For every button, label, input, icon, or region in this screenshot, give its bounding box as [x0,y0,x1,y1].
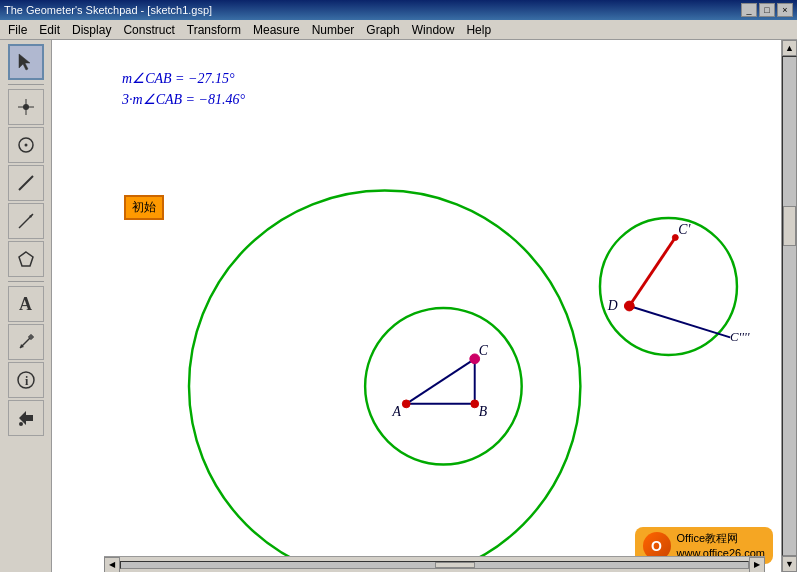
menu-help[interactable]: Help [460,21,497,39]
menubar: File Edit Display Construct Transform Me… [0,20,797,40]
tool-point[interactable] [8,89,44,125]
canvas-area[interactable]: m∠CAB = −27.15° 3·m∠CAB = −81.46° 初始 [52,40,781,572]
label-btn[interactable]: 初始 [124,195,164,220]
menu-window[interactable]: Window [406,21,461,39]
tool-divider-1 [8,84,44,85]
small-inner-circle [365,308,522,465]
maximize-btn[interactable]: □ [759,3,775,17]
tool-select[interactable] [8,44,44,80]
svg-marker-9 [19,252,33,266]
tool-ray[interactable] [8,203,44,239]
measurement-line2: 3·m∠CAB = −81.46° [122,91,245,108]
label-c: C [479,343,489,358]
tool-info[interactable]: i [8,362,44,398]
vscroll-thumb[interactable] [783,206,796,246]
label-d: D [607,298,618,313]
tool-polygon[interactable] [8,241,44,277]
titlebar: The Geometer's Sketchpad - [sketch1.gsp]… [0,0,797,20]
tool-arrow2[interactable] [8,400,44,436]
svg-text:i: i [25,374,29,388]
scroll-track[interactable] [120,561,749,569]
scrollbar-right[interactable]: ▲ ▼ [781,40,797,572]
small-top-right-circle [600,218,737,355]
menu-graph[interactable]: Graph [360,21,405,39]
geometry-svg: A B C D C' C'''' [52,40,781,572]
titlebar-title: The Geometer's Sketchpad - [sketch1.gsp] [4,4,212,16]
svg-line-6 [19,176,33,190]
scroll-right-btn[interactable]: ▶ [749,557,765,573]
toolbar: A i [0,40,52,572]
label-a: A [392,404,402,419]
tool-divider-2 [8,281,44,282]
point-a[interactable] [402,400,410,408]
tool-text[interactable]: A [8,286,44,322]
minimize-btn[interactable]: _ [741,3,757,17]
titlebar-controls[interactable]: _ □ × [741,3,793,17]
point-b[interactable] [471,400,479,408]
seg-dc-prime [629,238,675,306]
label-c-prime: C' [678,222,691,237]
menu-measure[interactable]: Measure [247,21,306,39]
watermark-site1: Office教程网 [677,531,765,545]
label-c-quad-prime: C'''' [730,330,750,344]
tool-circle[interactable] [8,127,44,163]
text-icon: A [19,294,32,315]
seg-dc-quad [629,306,730,337]
svg-point-16 [19,422,23,426]
menu-number[interactable]: Number [306,21,361,39]
measurement-box: m∠CAB = −27.15° 3·m∠CAB = −81.46° [122,70,245,112]
point-d[interactable] [624,301,634,311]
main-layout: A i m∠CAB = −27.15° [0,40,797,572]
bottom-scrollbar[interactable]: ◀ ▶ [104,556,765,572]
menu-edit[interactable]: Edit [33,21,66,39]
tool-segment[interactable] [8,165,44,201]
scroll-down-btn[interactable]: ▼ [782,556,797,572]
label-b: B [479,404,488,419]
scroll-up-btn[interactable]: ▲ [782,40,797,56]
menu-transform[interactable]: Transform [181,21,247,39]
menu-file[interactable]: File [2,21,33,39]
menu-construct[interactable]: Construct [117,21,180,39]
svg-point-5 [24,144,27,147]
close-btn[interactable]: × [777,3,793,17]
menu-display[interactable]: Display [66,21,117,39]
svg-marker-0 [19,54,30,70]
tool-pen[interactable] [8,324,44,360]
scroll-thumb[interactable] [435,562,475,568]
seg-ac [406,359,474,404]
scroll-left-btn[interactable]: ◀ [104,557,120,573]
measurement-line1: m∠CAB = −27.15° [122,70,245,87]
